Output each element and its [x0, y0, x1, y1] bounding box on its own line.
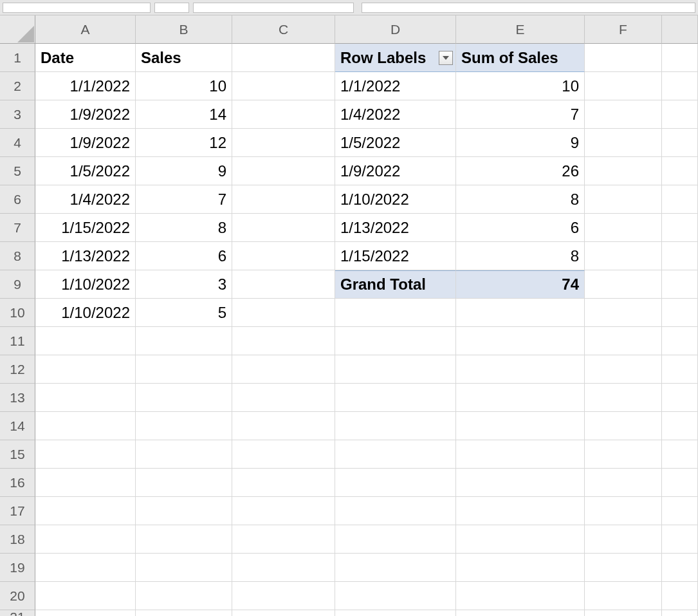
cell-A11[interactable]	[35, 327, 136, 355]
cell-A14[interactable]	[35, 412, 136, 440]
cell-D13[interactable]	[335, 384, 456, 412]
cell-E6[interactable]: 8	[456, 185, 585, 214]
cell-F15[interactable]	[585, 440, 662, 469]
cell-C19[interactable]	[232, 554, 335, 582]
pivot-grand-total-label[interactable]: Grand Total	[335, 270, 456, 299]
cell-B20[interactable]	[136, 582, 232, 610]
cell-D8[interactable]: 1/15/2022	[335, 242, 456, 270]
cell-C6[interactable]	[232, 185, 335, 214]
cell-B17[interactable]	[136, 497, 232, 525]
formula-input[interactable]	[193, 3, 354, 13]
cell-B12[interactable]	[136, 355, 232, 384]
spreadsheet-grid[interactable]: A B C D E F 1 Date Sales Row Labels Sum …	[0, 15, 698, 616]
cell-E3[interactable]: 7	[456, 100, 585, 129]
cell-D11[interactable]	[335, 327, 456, 355]
formula-extension[interactable]	[362, 3, 695, 13]
name-box[interactable]	[3, 3, 151, 13]
cell-E8[interactable]: 8	[456, 242, 585, 270]
cell-B10[interactable]: 5	[136, 299, 232, 327]
cell-B4[interactable]: 12	[136, 129, 232, 157]
row-header-11[interactable]: 11	[0, 327, 35, 355]
cell-F11[interactable]	[585, 327, 662, 355]
cell-B6[interactable]: 7	[136, 185, 232, 214]
cell-E11[interactable]	[456, 327, 585, 355]
cell-B18[interactable]	[136, 525, 232, 554]
row-header-6[interactable]: 6	[0, 185, 35, 214]
cell-D5[interactable]: 1/9/2022	[335, 157, 456, 185]
cell-C15[interactable]	[232, 440, 335, 469]
cell-G12[interactable]	[662, 355, 698, 384]
cell-B19[interactable]	[136, 554, 232, 582]
cell-E16[interactable]	[456, 469, 585, 497]
fx-buttons[interactable]	[154, 3, 190, 13]
cell-D12[interactable]	[335, 355, 456, 384]
cell-B11[interactable]	[136, 327, 232, 355]
cell-F3[interactable]	[585, 100, 662, 129]
cell-A19[interactable]	[35, 554, 136, 582]
row-header-13[interactable]: 13	[0, 384, 35, 412]
cell-B9[interactable]: 3	[136, 270, 232, 299]
cell-A16[interactable]	[35, 469, 136, 497]
cell-C20[interactable]	[232, 582, 335, 610]
cell-F13[interactable]	[585, 384, 662, 412]
cell-C8[interactable]	[232, 242, 335, 270]
cell-C10[interactable]	[232, 299, 335, 327]
cell-A3[interactable]: 1/9/2022	[35, 100, 136, 129]
col-header-blank[interactable]	[662, 15, 698, 44]
row-header-2[interactable]: 2	[0, 72, 35, 100]
cell-A4[interactable]: 1/9/2022	[35, 129, 136, 157]
cell-G18[interactable]	[662, 525, 698, 554]
cell-F14[interactable]	[585, 412, 662, 440]
cell-E14[interactable]	[456, 412, 585, 440]
cell-F10[interactable]	[585, 299, 662, 327]
cell-D18[interactable]	[335, 525, 456, 554]
cell-D20[interactable]	[335, 582, 456, 610]
cell-E13[interactable]	[456, 384, 585, 412]
row-header-4[interactable]: 4	[0, 129, 35, 157]
cell-B16[interactable]	[136, 469, 232, 497]
pivot-row-labels-header[interactable]: Row Labels	[335, 44, 456, 72]
col-header-A[interactable]: A	[35, 15, 136, 44]
cell-A15[interactable]	[35, 440, 136, 469]
cell-A1[interactable]: Date	[35, 44, 136, 72]
cell-G20[interactable]	[662, 582, 698, 610]
cell-C4[interactable]	[232, 129, 335, 157]
cell-F1[interactable]	[585, 44, 662, 72]
cell-E20[interactable]	[456, 582, 585, 610]
cell-C16[interactable]	[232, 469, 335, 497]
cell-G9[interactable]	[662, 270, 698, 299]
cell-E17[interactable]	[456, 497, 585, 525]
cell-F2[interactable]	[585, 72, 662, 100]
cell-C7[interactable]	[232, 214, 335, 242]
cell-D6[interactable]: 1/10/2022	[335, 185, 456, 214]
cell-C9[interactable]	[232, 270, 335, 299]
row-header-21[interactable]: 21	[0, 610, 35, 616]
cell-F7[interactable]	[585, 214, 662, 242]
cell-B2[interactable]: 10	[136, 72, 232, 100]
cell-F19[interactable]	[585, 554, 662, 582]
cell-A9[interactable]: 1/10/2022	[35, 270, 136, 299]
cell-F17[interactable]	[585, 497, 662, 525]
cell-D19[interactable]	[335, 554, 456, 582]
cell-A2[interactable]: 1/1/2022	[35, 72, 136, 100]
cell-E7[interactable]: 6	[456, 214, 585, 242]
cell-C17[interactable]	[232, 497, 335, 525]
cell-G5[interactable]	[662, 157, 698, 185]
row-header-16[interactable]: 16	[0, 469, 35, 497]
cell-C14[interactable]	[232, 412, 335, 440]
cell-F4[interactable]	[585, 129, 662, 157]
cell-F9[interactable]	[585, 270, 662, 299]
cell-G4[interactable]	[662, 129, 698, 157]
pivot-filter-button[interactable]	[439, 51, 453, 65]
cell-C11[interactable]	[232, 327, 335, 355]
cell-B15[interactable]	[136, 440, 232, 469]
row-header-15[interactable]: 15	[0, 440, 35, 469]
row-header-1[interactable]: 1	[0, 44, 35, 72]
cell-E10[interactable]	[456, 299, 585, 327]
cell-C1[interactable]	[232, 44, 335, 72]
cell-G3[interactable]	[662, 100, 698, 129]
cell-C5[interactable]	[232, 157, 335, 185]
cell-A5[interactable]: 1/5/2022	[35, 157, 136, 185]
row-header-9[interactable]: 9	[0, 270, 35, 299]
cell-G8[interactable]	[662, 242, 698, 270]
